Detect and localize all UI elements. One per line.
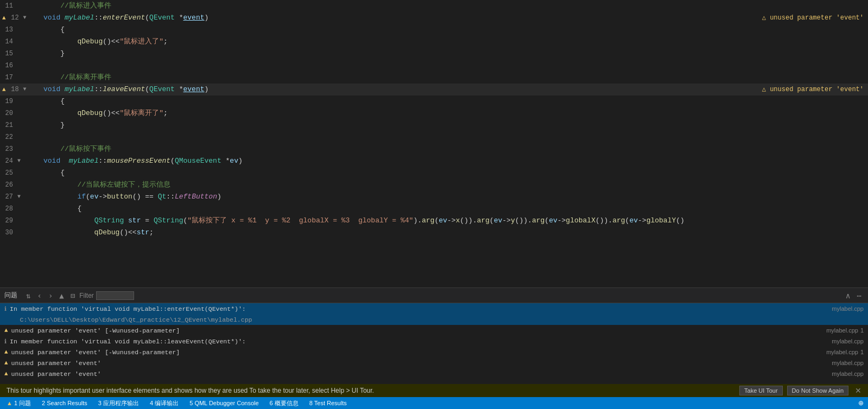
code-line-15[interactable]: 15 }	[0, 48, 868, 60]
problem-row-6[interactable]: ▲ unused parameter 'event' mylabel.cpp	[0, 357, 868, 368]
code-line-12[interactable]: ▲ 12 ▼ void myLabel::enterEvent(QEvent *…	[0, 12, 868, 24]
warning-status-icon: ▲	[7, 400, 12, 406]
code-line-21[interactable]: 21 }	[0, 119, 868, 131]
code-content-20: qDebug()<<"鼠标离开了";	[43, 107, 864, 119]
problem-icon-3: ▲	[4, 327, 8, 334]
code-content-14: qDebug()<<"鼠标进入了";	[43, 36, 864, 48]
gutter-12: ▲ 12 ▼	[0, 12, 43, 24]
status-expand-button[interactable]: ⊕	[858, 399, 864, 407]
status-general-info[interactable]: 6 概要信息	[268, 399, 301, 407]
gutter-16: 16	[0, 60, 43, 72]
code-line-30[interactable]: 30 qDebug()<<str;	[0, 227, 868, 239]
panel-filter-icon-button[interactable]: ⊟	[68, 290, 77, 301]
problem-file-4: mylabel.cpp	[832, 338, 864, 344]
code-line-29[interactable]: 29 QString str = QString("鼠标按下了 x = %1 y…	[0, 215, 868, 227]
problem-row-1[interactable]: ℹ In member function 'virtual void myLab…	[0, 303, 868, 314]
code-line-25[interactable]: 25 {	[0, 167, 868, 179]
gutter-25: 25	[0, 167, 43, 179]
code-line-20[interactable]: 20 qDebug()<<"鼠标离开了";	[0, 107, 868, 119]
gutter-22: 22	[0, 131, 43, 143]
warning-msg-12: △ unused parameter 'event'	[751, 12, 864, 24]
tour-close-button[interactable]: ✕	[855, 386, 861, 395]
problem-row-2[interactable]: ▲ C:\Users\DELL\Desktop\Edward\Qt_practi…	[0, 314, 868, 325]
panel-toolbar: ⇅ ‹ › ▲ ⊟ Filter	[24, 290, 134, 301]
code-content-26: //当鼠标左键按下，提示信息	[43, 179, 864, 191]
code-content-11: //鼠标进入事件	[43, 0, 864, 12]
code-content-29: QString str = QString("鼠标按下了 x = %1 y = …	[43, 215, 864, 227]
code-line-23[interactable]: 23 //鼠标按下事件	[0, 143, 868, 155]
gutter-21: 21	[0, 119, 43, 131]
code-line-14[interactable]: 14 qDebug()<<"鼠标进入了";	[0, 36, 868, 48]
code-line-24[interactable]: 24 ▼ void myLabel::mousePressEvent(QMous…	[0, 155, 868, 167]
status-test-results[interactable]: 8 Test Results	[307, 400, 349, 406]
status-app-output[interactable]: 3 应用程序输出	[96, 399, 141, 407]
problem-col-5: 1	[860, 349, 864, 355]
tour-bar: This tour highlights important user inte…	[0, 384, 868, 397]
problem-icon-4: ℹ	[4, 338, 7, 345]
gutter-11: 11	[0, 0, 43, 12]
gutter-26: 26	[0, 179, 43, 191]
code-content-17: //鼠标离开事件	[43, 72, 864, 84]
general-info-label: 6 概要信息	[270, 399, 299, 407]
gutter-28: 28	[0, 203, 43, 215]
code-line-18[interactable]: ▲ 18 ▼ void myLabel::leaveEvent(QEvent *…	[0, 84, 868, 95]
problem-icon-5: ▲	[4, 349, 8, 355]
code-line-27[interactable]: 27 ▼ if(ev->button() == Qt::LeftButton)	[0, 191, 868, 203]
problem-text-2: C:\Users\DELL\Desktop\Edward\Qt_practice…	[11, 316, 864, 323]
problem-row-3[interactable]: ▲ unused parameter 'event' [-Wunused-par…	[0, 325, 868, 336]
code-content-12: void myLabel::enterEvent(QEvent *event)	[43, 12, 751, 24]
code-line-19[interactable]: 19 {	[0, 95, 868, 107]
compile-output-label: 4 编译输出	[150, 399, 179, 407]
problem-file-3: mylabel.cpp	[826, 327, 858, 334]
problem-icon-2: ▲	[4, 316, 8, 323]
problem-text-6: unused parameter 'event'	[11, 360, 828, 367]
problem-icon-6: ▲	[4, 360, 8, 366]
code-line-11[interactable]: 11 //鼠标进入事件	[0, 0, 868, 12]
gutter-30: 30	[0, 227, 43, 239]
fold-arrow-24[interactable]: ▼	[17, 155, 21, 167]
gutter-17: 17	[0, 72, 43, 84]
problem-row-5[interactable]: ▲ unused parameter 'event' [-Wunused-par…	[0, 347, 868, 357]
code-content-15: }	[43, 48, 864, 60]
code-line-16[interactable]: 16	[0, 60, 868, 72]
fold-arrow-27[interactable]: ▼	[17, 191, 21, 203]
fold-arrow-18[interactable]: ▼	[23, 84, 27, 95]
code-line-22[interactable]: 22	[0, 131, 868, 143]
do-not-show-again-button[interactable]: Do Not Show Again	[787, 386, 848, 395]
gutter-27: 27 ▼	[0, 191, 43, 203]
panel-warning-filter-button[interactable]: ▲	[57, 290, 66, 301]
problem-file-1: mylabel.cpp	[832, 305, 864, 312]
panel-more-button[interactable]: ⋯	[855, 290, 864, 301]
app-output-label: 3 应用程序输出	[98, 399, 139, 407]
code-editor: 11 //鼠标进入事件 ▲ 12 ▼ void myLabel::enterEv…	[0, 0, 868, 287]
take-ui-tour-button[interactable]: Take UI Tour	[739, 386, 783, 395]
code-line-13[interactable]: 13 {	[0, 24, 868, 36]
problem-text-3: unused parameter 'event' [-Wunused-param…	[11, 327, 822, 334]
gutter-18: ▲ 18 ▼	[0, 84, 43, 95]
status-qml-console[interactable]: 5 QML Debugger Console	[187, 400, 261, 406]
code-line-17[interactable]: 17 //鼠标离开事件	[0, 72, 868, 84]
problem-row-7[interactable]: ▲ unused parameter 'event' mylabel.cpp	[0, 368, 868, 379]
problem-icon-1: ℹ	[4, 305, 7, 312]
code-line-26[interactable]: 26 //当鼠标左键按下，提示信息	[0, 179, 868, 191]
status-search[interactable]: 2 Search Results	[40, 400, 90, 406]
filter-label: Filter	[79, 292, 94, 299]
gutter-20: 20	[0, 107, 43, 119]
panel-header: 问题 ⇅ ‹ › ▲ ⊟ Filter ∧ ⋯	[0, 288, 868, 303]
problem-text-5: unused parameter 'event' [-Wunused-param…	[11, 349, 822, 356]
problem-col-3: 1	[860, 327, 864, 334]
status-problems[interactable]: ▲ 1 问题	[4, 399, 33, 407]
panel-collapse-button[interactable]: ∧	[845, 291, 851, 300]
fold-arrow-12[interactable]: ▼	[23, 12, 27, 24]
code-content-25: {	[43, 167, 864, 179]
filter-input[interactable]	[96, 291, 134, 300]
code-line-28[interactable]: 28 {	[0, 203, 868, 215]
panel-sort-button[interactable]: ⇅	[24, 290, 33, 301]
panel-prev-button[interactable]: ‹	[35, 290, 43, 301]
code-content-13: {	[43, 24, 864, 36]
problem-row-4[interactable]: ℹ In member function 'virtual void myLab…	[0, 336, 868, 347]
warning-icon-18: ▲	[2, 84, 6, 95]
status-compile-output[interactable]: 4 编译输出	[148, 399, 181, 407]
status-bar: ▲ 1 问题 2 Search Results 3 应用程序输出 4 编译输出 …	[0, 397, 868, 409]
panel-next-button[interactable]: ›	[46, 290, 55, 301]
